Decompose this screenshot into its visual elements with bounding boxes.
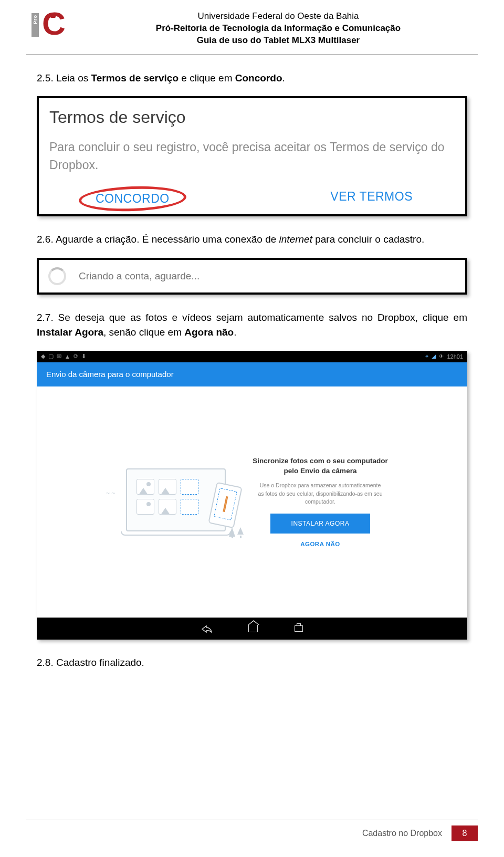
header-line3: Guia de uso do Tablet MLX3 Multilaser xyxy=(84,35,472,47)
footer-page-number: 8 xyxy=(452,825,478,841)
home-icon[interactable] xyxy=(248,625,258,632)
download-icon: ⬇ xyxy=(81,353,86,360)
footer-label: Cadastro no Dropbox xyxy=(362,829,442,838)
figure-tablet-screenshot: ◆ ▢ ✉ ▲ ⟳ ⬇ ⌖ ◢ ✈ 12h01 Envio da câmera … xyxy=(37,351,467,640)
terms-title: Termos de serviço xyxy=(49,108,455,127)
header-line1: Universidade Federal do Oeste da Bahia xyxy=(84,11,472,23)
figure-terms-dialog: Termos de serviço Para concluir o seu re… xyxy=(37,96,467,216)
status-right-icons: ⌖ ◢ ✈ 12h01 xyxy=(425,353,463,360)
footer-rule xyxy=(26,820,478,820)
airplane-icon: ✈ xyxy=(439,353,444,360)
nav-bar xyxy=(37,618,467,640)
figure-creating-account: Criando a conta, aguarde... xyxy=(37,258,467,295)
app-bar: Envio da câmera para o computador xyxy=(37,362,467,386)
illustration: ~ ~ xyxy=(116,468,236,536)
creating-account-text: Criando a conta, aguarde... xyxy=(79,270,200,282)
app-bar-title: Envio da câmera para o computador xyxy=(46,370,174,379)
status-left-icons: ◆ ▢ ✉ ▲ ⟳ ⬇ xyxy=(41,353,86,360)
trees-icon xyxy=(229,527,244,537)
sync-icon: ⟳ xyxy=(74,353,78,360)
recent-apps-icon[interactable] xyxy=(295,625,303,632)
picture-icon: ▢ xyxy=(48,353,54,360)
terms-description: Para concluir o seu registro, você preci… xyxy=(49,139,455,174)
page-header: Pro C Universidade Federal do Oeste da B… xyxy=(0,0,504,52)
birds-icon: ~ ~ xyxy=(106,489,115,497)
evernote-icon: ◆ xyxy=(41,353,45,360)
install-now-button[interactable]: INSTALAR AGORA xyxy=(270,514,370,534)
spinner-icon xyxy=(48,267,66,285)
agree-button[interactable]: CONCORDO xyxy=(86,190,179,208)
not-now-button[interactable]: AGORA NÃO xyxy=(252,541,388,547)
promo-panel: Sincronize fotos com o seu computador pe… xyxy=(252,456,388,547)
promo-description: Use o Dropbox para armazenar automaticam… xyxy=(252,482,388,506)
tic-logo: Pro C xyxy=(32,11,74,39)
step-2-5: 2.5. Leia os Termos de serviço e clique … xyxy=(37,71,467,86)
view-terms-button[interactable]: VER TERMOS xyxy=(330,190,413,208)
promo-title: Sincronize fotos com o seu computador pe… xyxy=(252,456,388,476)
page-footer: Cadastro no Dropbox 8 xyxy=(26,820,478,841)
step-2-7: 2.7. Se deseja que as fotos e vídeos sej… xyxy=(37,310,467,340)
clock-text: 12h01 xyxy=(447,353,463,360)
back-icon[interactable] xyxy=(201,625,212,632)
wifi-icon: ◢ xyxy=(432,353,436,360)
warning-icon: ▲ xyxy=(65,353,70,360)
status-bar: ◆ ▢ ✉ ▲ ⟳ ⬇ ⌖ ◢ ✈ 12h01 xyxy=(37,351,467,362)
mail-icon: ✉ xyxy=(57,353,61,360)
bluetooth-icon: ⌖ xyxy=(425,353,428,360)
header-text: Universidade Federal do Oeste da Bahia P… xyxy=(84,11,472,47)
camera-upload-promo: ~ ~ xyxy=(37,386,467,618)
step-2-8: 2.8. Cadastro finalizado. xyxy=(37,655,467,671)
step-2-6: 2.6. Aguarde a criação. É necessário uma… xyxy=(37,232,467,247)
content: 2.5. Leia os Termos de serviço e clique … xyxy=(0,55,504,670)
header-line2: Pró-Reitoria de Tecnologia da Informação… xyxy=(84,23,472,35)
